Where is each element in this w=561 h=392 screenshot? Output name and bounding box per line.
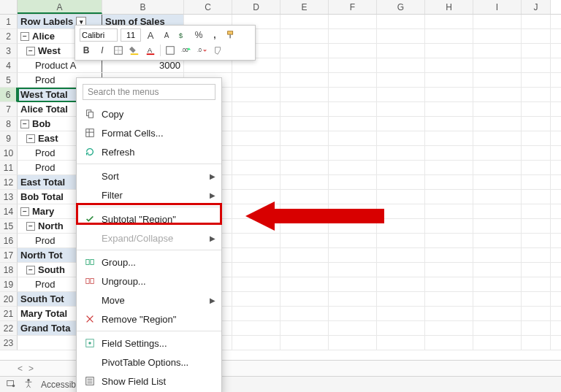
cell[interactable] (232, 277, 280, 291)
cell[interactable] (232, 117, 280, 131)
cell[interactable] (473, 248, 522, 262)
cell[interactable] (425, 336, 473, 350)
format-painter-icon[interactable] (212, 44, 225, 57)
cell[interactable] (425, 307, 473, 320)
accessibility-icon[interactable] (23, 378, 34, 391)
cell[interactable] (377, 321, 425, 335)
cell[interactable] (425, 161, 473, 174)
font-color-icon[interactable]: A (144, 44, 157, 57)
cell[interactable] (425, 263, 473, 277)
cell[interactable] (232, 248, 280, 262)
percent-format-icon[interactable]: % (192, 28, 205, 42)
cell[interactable] (232, 336, 280, 350)
cell[interactable] (280, 131, 329, 145)
cell[interactable] (522, 146, 551, 160)
cell[interactable] (425, 102, 473, 116)
fill-color-icon[interactable] (128, 44, 141, 57)
cell[interactable] (329, 117, 377, 131)
cell[interactable] (473, 146, 522, 160)
cell[interactable] (377, 15, 425, 28)
cell[interactable] (522, 117, 551, 131)
cell[interactable] (425, 29, 473, 43)
row-header[interactable]: 18 (0, 263, 18, 277)
cell[interactable] (377, 102, 425, 116)
row-header[interactable]: 16 (0, 234, 18, 248)
cell[interactable] (329, 307, 377, 320)
collapse-icon[interactable]: − (20, 207, 29, 216)
row-header[interactable]: 10 (0, 146, 18, 161)
cell[interactable] (522, 234, 551, 247)
italic-button[interactable]: I (96, 44, 109, 57)
cell[interactable] (377, 44, 425, 58)
bold-button[interactable]: B (80, 44, 93, 57)
col-header-C[interactable]: C (184, 0, 232, 14)
cell[interactable] (473, 204, 522, 218)
cell[interactable] (522, 73, 551, 87)
cell[interactable] (232, 292, 280, 306)
col-header-E[interactable]: E (280, 0, 329, 14)
col-header-A[interactable]: A (18, 0, 102, 14)
cell[interactable] (425, 277, 473, 291)
menu-filter[interactable]: Filter ▶ (77, 185, 221, 204)
font-name-input[interactable] (80, 28, 118, 42)
cell[interactable] (473, 15, 522, 28)
cell[interactable] (377, 117, 425, 131)
cell[interactable] (473, 44, 522, 58)
cell[interactable] (425, 190, 473, 204)
cell[interactable] (377, 146, 425, 160)
cell[interactable] (473, 58, 522, 72)
cell[interactable] (280, 73, 329, 87)
cell[interactable] (425, 175, 473, 189)
row-header[interactable]: 1 (0, 15, 18, 29)
select-all-box[interactable] (0, 0, 18, 15)
row-header[interactable]: 19 (0, 277, 18, 292)
cell[interactable] (329, 88, 377, 101)
cell[interactable] (329, 248, 377, 262)
col-header-D[interactable]: D (232, 0, 280, 14)
row-header[interactable]: 15 (0, 219, 18, 234)
decrease-font-icon[interactable]: A (160, 28, 173, 42)
cell[interactable] (232, 161, 280, 174)
cell[interactable] (232, 146, 280, 160)
cell[interactable] (329, 336, 377, 350)
tab-next-icon[interactable]: > (28, 364, 34, 374)
collapse-icon[interactable]: − (26, 266, 35, 274)
menu-copy[interactable]: Copy (77, 104, 221, 123)
menu-ungroup[interactable]: Ungroup... (77, 272, 221, 291)
cell[interactable] (522, 204, 551, 218)
cell[interactable] (280, 102, 329, 116)
cell[interactable] (232, 88, 280, 101)
cell[interactable] (232, 234, 280, 247)
row-header[interactable]: 23 (0, 336, 18, 350)
cell[interactable] (473, 175, 522, 189)
comma-format-icon[interactable]: , (208, 28, 221, 42)
cell[interactable] (522, 175, 551, 189)
increase-font-icon[interactable]: A (144, 28, 157, 42)
cell[interactable] (232, 263, 280, 277)
cell[interactable] (473, 277, 522, 291)
cell[interactable] (329, 131, 377, 145)
collapse-icon[interactable]: − (26, 134, 35, 143)
col-header-H[interactable]: H (425, 0, 473, 14)
cell[interactable] (377, 234, 425, 247)
row-header[interactable]: 14 (0, 204, 18, 219)
cell[interactable] (425, 88, 473, 101)
cell[interactable] (473, 131, 522, 145)
cell[interactable] (280, 15, 329, 28)
cell[interactable] (425, 204, 473, 218)
row-header[interactable]: 22 (0, 321, 18, 336)
cell[interactable] (329, 58, 377, 72)
cell[interactable] (473, 29, 522, 43)
cell[interactable] (473, 190, 522, 204)
cell[interactable] (522, 307, 551, 320)
cell[interactable] (522, 44, 551, 58)
cell[interactable] (329, 321, 377, 335)
col-header-F[interactable]: F (329, 0, 377, 14)
cell[interactable] (522, 321, 551, 335)
cell[interactable] (377, 175, 425, 189)
cell[interactable] (329, 161, 377, 174)
col-header-I[interactable]: I (473, 0, 522, 14)
cell[interactable] (473, 73, 522, 87)
cell[interactable] (425, 248, 473, 262)
cell[interactable] (280, 263, 329, 277)
